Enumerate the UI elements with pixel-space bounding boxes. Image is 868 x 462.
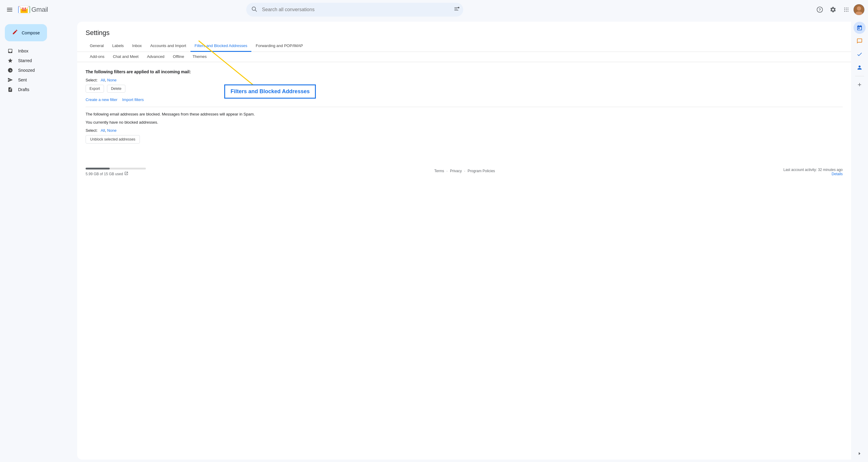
unblock-button[interactable]: Unblock selected addresses (86, 135, 140, 144)
storage-text: 5.99 GB of 15 GB used (86, 171, 146, 176)
compose-pencil-icon (12, 29, 18, 36)
create-filter-link[interactable]: Create a new filter (86, 97, 118, 102)
terms-link[interactable]: Terms (434, 169, 444, 173)
inbox-label: Inbox (18, 49, 28, 53)
no-blocked-msg: You currently have no blocked addresses. (86, 120, 843, 124)
footer-links: Terms · Privacy · Program Policies (434, 169, 495, 173)
right-panel-tasks-icon[interactable] (854, 48, 866, 60)
filter-actions: Create a new filter Import filters (86, 97, 843, 102)
svg-point-16 (844, 9, 845, 10)
svg-point-20 (846, 11, 847, 12)
blocked-select-none[interactable]: None (107, 128, 117, 133)
filters-select-none[interactable]: None (107, 78, 117, 82)
starred-label: Starred (18, 58, 32, 63)
svg-point-13 (844, 7, 845, 8)
filters-select-label: Select: (86, 78, 98, 82)
blocked-desc: The following email addresses are blocke… (86, 112, 267, 116)
tab-advanced[interactable]: Advanced (143, 52, 169, 62)
storage-used-label: 5.99 GB of 15 GB used (86, 172, 123, 176)
export-button[interactable]: Export (86, 85, 104, 93)
search-input[interactable] (246, 3, 463, 17)
svg-rect-1 (7, 9, 12, 10)
gmail-m-icon: M (18, 5, 30, 14)
sidebar-item-snoozed[interactable]: Snoozed (0, 65, 72, 75)
tab-addons[interactable]: Add-ons (86, 52, 108, 62)
tab-accounts[interactable]: Accounts and Import (146, 40, 190, 52)
svg-rect-0 (7, 8, 12, 8)
svg-point-18 (847, 9, 848, 10)
tab-forwarding[interactable]: Forwarding and POP/IMAP (251, 40, 307, 52)
tab-labels[interactable]: Labels (108, 40, 128, 52)
tab-themes[interactable]: Themes (188, 52, 211, 62)
sidebar-item-starred[interactable]: Starred (0, 56, 72, 65)
svg-point-21 (847, 11, 848, 12)
footer-center: Terms · Privacy · Program Policies (434, 168, 495, 173)
search-icon (251, 6, 257, 13)
svg-point-23 (857, 6, 861, 10)
compose-label: Compose (22, 30, 40, 35)
svg-line-6 (255, 10, 257, 11)
help-button[interactable]: ? (814, 4, 826, 16)
footer-row: 5.99 GB of 15 GB used Terms · Privacy · (86, 168, 843, 176)
storage-bar-fill (86, 168, 110, 170)
right-panel-divider (855, 76, 864, 76)
avatar[interactable] (854, 4, 864, 15)
program-policies-link[interactable]: Program Policies (468, 169, 495, 173)
external-link-icon[interactable] (124, 171, 128, 176)
tab-inbox[interactable]: Inbox (128, 40, 146, 52)
svg-point-19 (844, 11, 845, 12)
tab-chat[interactable]: Chat and Meet (108, 52, 143, 62)
details-link[interactable]: Details (832, 172, 843, 176)
apps-button[interactable] (840, 4, 852, 16)
svg-point-17 (846, 9, 847, 10)
right-panel-contacts-icon[interactable] (854, 61, 866, 74)
topbar-right: ? (814, 4, 864, 16)
settings-tabs-row1: General Labels Inbox Accounts and Import… (77, 37, 851, 52)
storage-bar-track (86, 168, 146, 170)
drafts-label: Drafts (18, 87, 29, 92)
settings-tabs-row2: Add-ons Chat and Meet Advanced Offline T… (77, 52, 851, 62)
sent-label: Sent (18, 78, 27, 82)
tab-general[interactable]: General (86, 40, 108, 52)
hamburger-menu-button[interactable] (4, 4, 16, 16)
search-options-icon[interactable] (454, 6, 460, 13)
svg-rect-2 (7, 11, 12, 11)
settings-button[interactable] (827, 4, 839, 16)
starred-icon (7, 58, 13, 63)
svg-rect-8 (455, 9, 458, 9)
filters-select-all[interactable]: All (101, 78, 105, 82)
sidebar-item-drafts[interactable]: Drafts (0, 85, 72, 94)
compose-button[interactable]: Compose (5, 24, 47, 41)
privacy-link[interactable]: Privacy (450, 169, 462, 173)
svg-text:M: M (22, 7, 26, 12)
right-panel-chat-icon[interactable] (854, 35, 866, 47)
sidebar-item-inbox[interactable]: Inbox (0, 46, 72, 56)
delete-button[interactable]: Delete (107, 85, 125, 93)
content-area: Settings General Labels Inbox Accounts a… (77, 22, 851, 460)
right-panel-expand-icon[interactable] (854, 447, 866, 460)
import-filters-link[interactable]: Import filters (122, 97, 144, 102)
tab-filters[interactable]: Filters and Blocked Addresses (190, 40, 252, 52)
filters-select-row: Select: All, None (86, 78, 843, 82)
right-panel-calendar-icon[interactable] (854, 22, 866, 34)
storage-section: 5.99 GB of 15 GB used (86, 168, 146, 176)
right-panel-add-icon[interactable]: + (854, 79, 866, 91)
blocked-select-all[interactable]: All (101, 128, 105, 133)
inbox-icon (7, 48, 13, 54)
gmail-text-label: Gmail (31, 6, 48, 13)
sidebar: Compose Inbox Starred (0, 19, 77, 462)
gmail-logo[interactable]: M Gmail (18, 5, 48, 14)
svg-point-14 (846, 7, 847, 8)
blocked-select-row: Select: All, None (86, 128, 843, 133)
last-activity-text: Last account activity: 32 minutes ago (783, 168, 843, 172)
tab-offline[interactable]: Offline (169, 52, 188, 62)
sidebar-item-sent[interactable]: Sent (0, 75, 72, 85)
settings-header: Settings (77, 22, 851, 37)
unblock-btn-wrap: Unblock selected addresses (86, 135, 843, 144)
footer-area: 5.99 GB of 15 GB used Terms · Privacy · (77, 163, 851, 182)
topbar-left: M Gmail (4, 4, 70, 16)
snoozed-icon (7, 67, 13, 73)
storage-bar (86, 168, 146, 170)
svg-rect-9 (455, 10, 458, 10)
search-bar (246, 3, 463, 17)
